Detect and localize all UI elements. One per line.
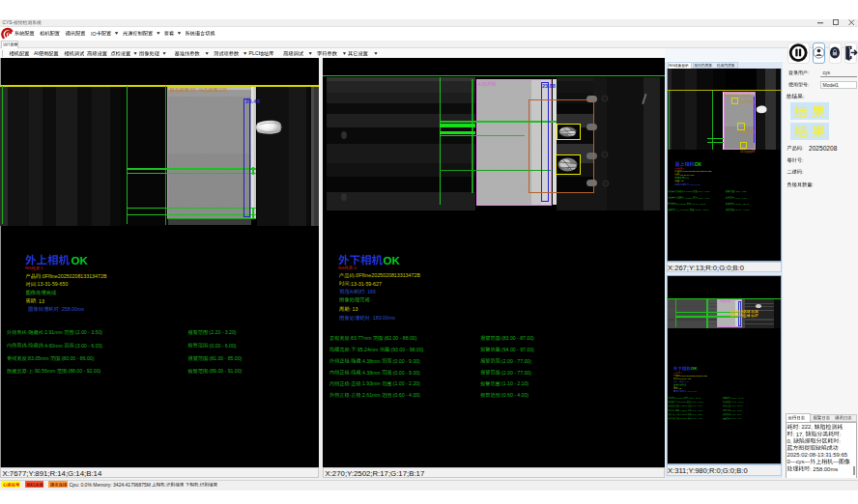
svg-text::95.24mm: :95.24mm — [677, 401, 686, 403]
svg-text::(2.00 - 77.00): :(2.00 - 77.00) — [730, 405, 743, 406]
svg-text:-: - — [350, 392, 352, 398]
svg-text::(0.60 - 4.00): :(0.60 - 4.00) — [692, 417, 703, 419]
svg-text::1: :1 — [40, 266, 43, 270]
svg-text:23.88: 23.88 — [542, 83, 556, 89]
svg-text:NG: NG — [673, 372, 676, 374]
svg-text:Model1: Model1 — [823, 82, 840, 88]
svg-text::(89.00 - 91.00): :(89.00 - 91.00) — [208, 368, 242, 374]
svg-text:cys: cys — [823, 70, 831, 75]
svg-text::0: :0 — [353, 266, 357, 270]
svg-text::4.38mm: :4.38mm — [361, 370, 381, 376]
svg-text::(2.20 - 3.20): :(2.20 - 3.20) — [208, 329, 237, 335]
svg-text::(1.00 - 2.20): :(1.00 - 2.20) — [391, 380, 420, 386]
svg-text:: 183.00ms: : 183.00ms — [686, 390, 698, 392]
svg-text::: : — [199, 483, 200, 488]
svg-text::4.38mm: :4.38mm — [679, 405, 687, 406]
svg-text::(1.10 - 2.10): :(1.10 - 2.10) — [500, 380, 529, 386]
svg-text::(82.00 - 88.00): :(82.00 - 88.00) — [383, 335, 416, 341]
svg-text::(81.00 - 85.00): :(81.00 - 85.00) — [208, 355, 242, 361]
svg-text::: : — [750, 314, 751, 318]
svg-text::93: :93 — [735, 94, 739, 98]
svg-text::(81.00 - 85.00): :(81.00 - 85.00) — [734, 203, 750, 205]
svg-text:AI: AI — [478, 82, 483, 87]
svg-text:: 166: : 166 — [364, 289, 376, 294]
svg-text::0Ffline2025020813313472B: :0Ffline2025020813313472B — [41, 273, 107, 279]
svg-text:AI: AI — [350, 289, 355, 294]
svg-text:: 13: : 13 — [350, 306, 358, 312]
svg-text::0Ffline2025020813313472B: :0Ffline2025020813313472B — [680, 375, 708, 377]
svg-text::(0.00 - 9.00): :(0.00 - 9.00) — [391, 370, 420, 376]
svg-text:: 258.00ms: : 258.00ms — [59, 306, 85, 312]
svg-text::13-31-59-627: :13-31-59-627 — [677, 378, 692, 379]
svg-text:: 13: : 13 — [679, 180, 684, 182]
svg-text::(1.10 - 2.10): :(1.10 - 2.10) — [730, 413, 742, 415]
svg-text:12.01: 12.01 — [739, 100, 746, 104]
svg-text:-: - — [675, 401, 676, 403]
svg-text::(1.00 - 2.20): :(1.00 - 2.20) — [692, 413, 703, 415]
svg-text::0Ffline2025020813313472B: :0Ffline2025020813313472B — [355, 272, 421, 278]
svg-text::100: :100 — [217, 87, 227, 93]
svg-text::(2.00 - 77.00): :(2.00 - 77.00) — [730, 409, 743, 411]
svg-text::(0.00 - 6.00): :(0.00 - 6.00) — [734, 197, 747, 199]
svg-text::: : — [802, 169, 803, 175]
svg-text:: 13: : 13 — [677, 387, 681, 389]
svg-text::(80.00 - 86.00): :(80.00 - 86.00) — [60, 355, 94, 361]
svg-text:93: 93 — [752, 150, 756, 154]
svg-text::13-31-59-650: :13-31-59-650 — [679, 174, 695, 177]
svg-text::: : — [840, 432, 842, 437]
svg-text:Cpu: 0.0% Memory: 3424.4179687: Cpu: 0.0% Memory: 3424.41796875M — [70, 482, 152, 488]
svg-text:-: - — [350, 380, 352, 386]
svg-text::(83.00 - 87.00): :(83.00 - 87.00) — [730, 397, 744, 399]
svg-text::(0.60 - 4.00): :(0.60 - 4.00) — [391, 392, 420, 398]
svg-text::: : — [802, 157, 803, 163]
svg-text::(0.00 - 6.00): :(0.00 - 6.00) — [208, 343, 237, 349]
svg-text:-: - — [27, 343, 29, 349]
svg-text::93,: :93, — [189, 87, 197, 93]
svg-text::(0.00 - 9.00): :(0.00 - 9.00) — [692, 405, 703, 406]
svg-text::(2.00 - 3.50): :(2.00 - 3.50) — [74, 329, 103, 335]
svg-text::1.93mm: :1.93mm — [679, 413, 687, 415]
svg-text:20250208: 20250208 — [809, 145, 838, 152]
svg-text:NG: NG — [25, 266, 32, 270]
svg-text::1.93mm: :1.93mm — [361, 380, 381, 386]
svg-text::2.61mm: :2.61mm — [361, 392, 381, 398]
svg-text::: : — [165, 483, 166, 488]
svg-text::(0.00 - 9.00): :(0.00 - 9.00) — [692, 409, 703, 411]
svg-text:2025:02:08-13:31:59:65: 2025:02:08-13:31:59:65 — [787, 452, 848, 458]
svg-text::83.05mm: :83.05mm — [676, 203, 686, 205]
svg-text:AI: AI — [677, 380, 679, 382]
svg-text:-: - — [350, 358, 352, 364]
svg-text::(0.60 - 4.00): :(0.60 - 4.00) — [730, 417, 742, 419]
svg-text::(94.00 - 97.00): :(94.00 - 97.00) — [730, 401, 744, 403]
svg-text:: 222,: : 222, — [798, 424, 813, 430]
svg-text:—: — — [833, 459, 839, 464]
svg-text::(0.60 - 4.00): :(0.60 - 4.00) — [500, 392, 529, 398]
svg-text:AI: AI — [34, 50, 39, 56]
svg-text:-: - — [27, 329, 29, 335]
svg-text::(88.00 - 92.00): :(88.00 - 92.00) — [67, 368, 100, 374]
svg-text::13-31-59-650: :13-31-59-650 — [36, 281, 68, 287]
svg-text:-: - — [676, 190, 677, 192]
svg-text:0,: 0, — [787, 438, 792, 444]
svg-text:: 166: : 166 — [684, 380, 690, 382]
svg-text::4.38mm: :4.38mm — [361, 358, 381, 364]
svg-text::(82.00 - 88.00): :(82.00 - 88.00) — [688, 397, 701, 399]
svg-text::4.38mm: :4.38mm — [679, 409, 687, 411]
svg-text::1: :1 — [682, 167, 685, 169]
svg-text::2.91mm: :2.91mm — [683, 190, 692, 192]
svg-text::100: :100 — [745, 94, 751, 98]
svg-text::0: :0 — [680, 372, 683, 374]
svg-text::(3.00 - 6.00): :(3.00 - 6.00) — [698, 197, 710, 199]
svg-text:X:270;Y:2502;R:17;G:17;B:17: X:270;Y:2502;R:17;G:17;B:17 — [326, 469, 425, 478]
svg-text:X:267;Y:13;R:0;G:0;B:0: X:267;Y:13;R:0;G:0;B:0 — [668, 264, 744, 272]
svg-text:NG: NG — [669, 64, 674, 68]
svg-text:-: - — [675, 417, 676, 419]
svg-text:: 17,: : 17, — [792, 432, 804, 437]
svg-text:93: 93 — [751, 130, 755, 134]
svg-text::95.24mm: :95.24mm — [356, 347, 378, 352]
svg-text::(3.00 - 6.00): :(3.00 - 6.00) — [74, 343, 103, 349]
svg-text::(2.20 - 3.20): :(2.20 - 3.20) — [734, 190, 747, 192]
svg-text:CYS-: CYS- — [3, 20, 14, 25]
svg-text:OK: OK — [384, 255, 401, 266]
svg-text::13-31-59-627: :13-31-59-627 — [350, 281, 382, 287]
